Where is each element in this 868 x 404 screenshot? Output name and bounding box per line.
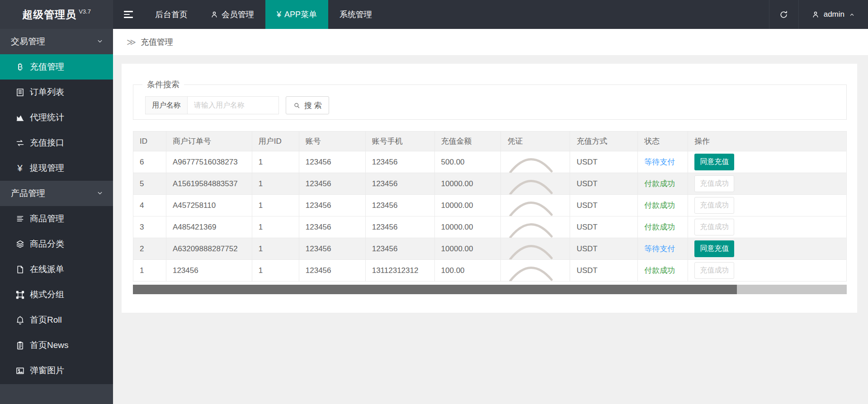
sidebar-item-商品分类[interactable]: 商品分类 [0, 231, 113, 257]
sidebar-item-label: 商品分类 [30, 238, 64, 250]
sidebar-section-产品管理[interactable]: 产品管理 [0, 181, 113, 206]
nav-item-label: APP菜单 [284, 9, 317, 20]
sidebar-item-label: 模式分组 [30, 289, 64, 301]
sidebar: 交易管理充值管理订单列表代理统计充值接口¥提现管理产品管理商品管理商品分类在线派… [0, 29, 113, 404]
sidebar-item-首页News[interactable]: 首页News [0, 333, 113, 358]
nav-item-1[interactable]: 后台首页 [144, 0, 199, 29]
cell-phone: 123456 [366, 151, 435, 173]
voucher-image[interactable] [507, 216, 554, 238]
sidebar-item-首页Roll[interactable]: 首页Roll [0, 307, 113, 333]
cell-amount: 100.00 [435, 260, 501, 281]
cell-voucher [501, 173, 570, 194]
cell-method: USDT [570, 216, 638, 238]
column-header-id: ID [133, 132, 166, 151]
sidebar-item-订单列表[interactable]: 订单列表 [0, 80, 113, 105]
nav-item-3[interactable]: ¥APP菜单 [265, 0, 328, 29]
user-menu[interactable]: admin [799, 0, 868, 29]
username-input[interactable] [188, 96, 279, 114]
cell-voucher [501, 260, 570, 281]
person-icon [210, 10, 218, 19]
voucher-image[interactable] [507, 260, 554, 281]
column-header-status: 状态 [638, 132, 688, 151]
column-header-action: 操作 [688, 132, 847, 151]
nav-item-4[interactable]: 系统管理 [328, 0, 383, 29]
breadcrumb-icon: ≫ [127, 37, 136, 47]
column-header-phone: 账号手机 [366, 132, 435, 151]
sidebar-toggle-icon[interactable] [113, 0, 144, 29]
cell-voucher [501, 216, 570, 238]
column-header-voucher: 凭证 [501, 132, 570, 151]
top-right-area: admin [769, 0, 868, 29]
sidebar-item-在线派单[interactable]: 在线派单 [0, 257, 113, 282]
top-nav: 后台首页会员管理¥APP菜单系统管理 [144, 0, 383, 29]
scrollbar-thumb[interactable] [133, 285, 737, 294]
search-button[interactable]: 搜 索 [286, 96, 329, 114]
cell-order_no: A457258110 [166, 195, 252, 216]
app-title: 超级管理员 [22, 8, 76, 22]
cell-action: 充值成功 [688, 173, 847, 194]
sidebar-item-label: 提现管理 [30, 162, 64, 174]
nav-item-label: 后台首页 [155, 9, 188, 20]
table-row-6: 6A967775160382731123456123456500.00USDT等… [133, 151, 847, 173]
cell-account: 123456 [299, 151, 366, 173]
refresh-button[interactable] [769, 0, 798, 29]
nav-item-label: 系统管理 [340, 9, 372, 20]
cell-id: 4 [133, 195, 166, 216]
image-icon [15, 366, 25, 376]
cell-order_no: A96777516038273 [166, 151, 252, 173]
cell-action: 充值成功 [688, 195, 847, 216]
sidebar-item-label: 订单列表 [30, 86, 64, 98]
approve-recharge-button[interactable]: 同意充值 [694, 154, 734, 170]
column-header-method: 充值方式 [570, 132, 638, 151]
search-panel-legend: 条件搜索 [142, 79, 184, 90]
approve-recharge-button[interactable]: 同意充值 [694, 240, 734, 257]
order-list-icon [15, 87, 25, 97]
breadcrumb: ≫ 充值管理 [113, 29, 868, 55]
cell-amount: 10000.00 [435, 195, 501, 216]
username-field-label: 用户名称 [145, 96, 188, 114]
horizontal-scrollbar[interactable] [133, 285, 847, 294]
cell-user_id: 1 [252, 195, 299, 216]
cell-voucher [501, 238, 570, 259]
sidebar-item-代理统计[interactable]: 代理统计 [0, 105, 113, 130]
cell-status: 等待支付 [638, 238, 688, 259]
cell-phone: 123456 [366, 173, 435, 194]
cell-method: USDT [570, 173, 638, 194]
cell-phone: 123456 [366, 195, 435, 216]
exchange-icon [15, 138, 25, 148]
cell-method: USDT [570, 238, 638, 259]
sidebar-item-label: 首页News [30, 339, 69, 351]
sidebar-item-提现管理[interactable]: ¥提现管理 [0, 155, 113, 181]
voucher-image[interactable] [507, 173, 554, 194]
cell-id: 6 [133, 151, 166, 173]
search-icon [293, 102, 301, 109]
sidebar-item-弹窗图片[interactable]: 弹窗图片 [0, 358, 113, 383]
cell-order_no: A15619584883537 [166, 173, 252, 194]
sidebar-item-充值接口[interactable]: 充值接口 [0, 130, 113, 155]
voucher-image[interactable] [507, 151, 554, 173]
chevron-down-icon [96, 37, 104, 45]
sidebar-item-充值管理[interactable]: 充值管理 [0, 54, 113, 80]
voucher-image[interactable] [507, 195, 554, 216]
table-row-3: 3A485421369112345612345610000.00USDT付款成功… [133, 216, 847, 238]
cell-user_id: 1 [252, 238, 299, 259]
cell-voucher [501, 195, 570, 216]
sidebar-section-label: 产品管理 [11, 188, 45, 199]
cell-status: 付款成功 [638, 195, 688, 216]
person-icon [811, 10, 820, 19]
sidebar-section-交易管理[interactable]: 交易管理 [0, 29, 113, 54]
page-title: 充值管理 [141, 37, 173, 47]
nav-item-2[interactable]: 会员管理 [199, 0, 265, 29]
cell-action: 充值成功 [688, 216, 847, 238]
chart-icon [15, 113, 25, 122]
app-version: V3.7 [79, 8, 91, 15]
cell-amount: 500.00 [435, 151, 501, 173]
voucher-image[interactable] [507, 238, 554, 259]
sidebar-item-label: 代理统计 [30, 112, 64, 123]
content-card: 条件搜索 用户名称 搜 索 ID商户订单号用户ID账号账号手机充值金额凭证充值方… [122, 64, 857, 313]
cell-phone: 123456 [366, 238, 435, 259]
sidebar-item-商品管理[interactable]: 商品管理 [0, 206, 113, 231]
group-icon [15, 290, 25, 300]
chevron-down-icon [96, 189, 104, 197]
sidebar-item-模式分组[interactable]: 模式分组 [0, 282, 113, 307]
